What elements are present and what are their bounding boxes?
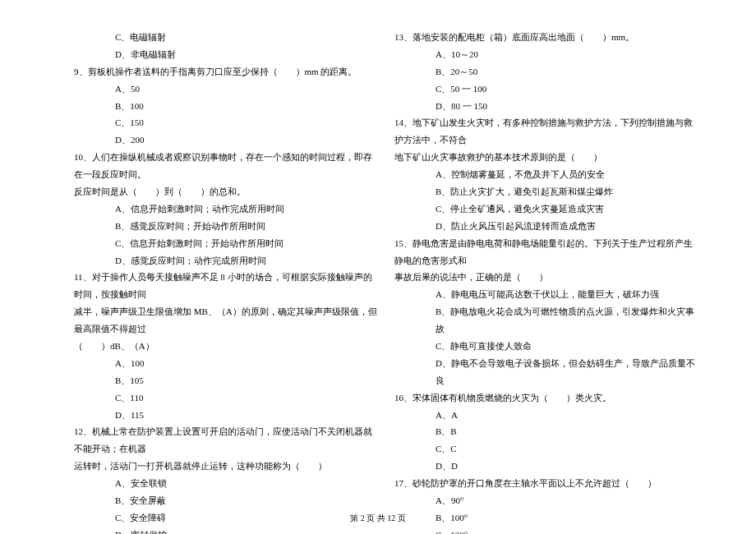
question-10-line1: 10、人们在操纵机械或者观察识别事物时，存在一个感知的时间过程，即存在一段反应时… bbox=[74, 149, 378, 183]
q15-option-d: D、静电不会导致电子设备损坏，但会妨碍生产，导致产品质量不良 bbox=[394, 355, 698, 389]
q11-option-a: A、100 bbox=[74, 355, 378, 372]
q13-option-d: D、80 一 150 bbox=[394, 98, 698, 115]
question-13: 13、落地安装的配电柜（箱）底面应高出地面（ ）mm。 bbox=[394, 29, 698, 46]
question-11-line3: （ ）dB、（A） bbox=[74, 338, 378, 355]
q15-option-a: A、静电电压可能高达数千伏以上，能量巨大，破坏力强 bbox=[394, 286, 698, 303]
q10-option-a: A、信息开始刺激时间；动作完成所用时间 bbox=[74, 200, 378, 218]
question-10-line2: 反应时间是从（ ）到（ ）的总和。 bbox=[74, 183, 378, 200]
page-footer: 第 2 页 共 12 页 bbox=[0, 510, 756, 526]
question-12-line2: 运转时，活动门一打开机器就停止运转，这种功能称为（ ） bbox=[74, 458, 378, 475]
q12-option-b: B、安全屏蔽 bbox=[74, 492, 378, 509]
q9-option-b: B、100 bbox=[74, 98, 378, 115]
q17-option-c: C、120° bbox=[394, 527, 698, 534]
q11-option-c: C、110 bbox=[74, 389, 378, 407]
question-14-line2: 地下矿山火灾事故救护的基本技术原则的是（ ） bbox=[394, 149, 698, 166]
q16-option-b: B、B bbox=[394, 423, 698, 440]
question-12-line1: 12、机械上常在防护装置上设置可开启的活动门，应使活动门不关闭机器就不能开动；在… bbox=[74, 423, 378, 458]
q14-option-d: D、防止火风压引起风流逆转而造成危害 bbox=[394, 218, 698, 235]
q11-option-d: D、115 bbox=[74, 407, 378, 424]
question-15-line1: 15、静电危害是由静电电荷和静电场能量引起的。下列关于生产过程所产生静电的危害形… bbox=[394, 235, 698, 269]
q17-option-a: A、90° bbox=[394, 492, 698, 509]
q15-option-b: B、静电放电火花会成为可燃性物质的点火源，引发爆炸和火灾事故 bbox=[394, 303, 698, 338]
q13-option-b: B、20～50 bbox=[394, 63, 698, 81]
q14-option-b: B、防止火灾扩大，避免引起瓦斯和煤尘爆炸 bbox=[394, 183, 698, 200]
right-column: 13、落地安装的配电柜（箱）底面应高出地面（ ）mm。 A、10～20 B、20… bbox=[386, 29, 731, 513]
page-container: C、电磁辐射 D、非电磁辐射 9、剪板机操作者送料的手指离剪刀口应至少保持（ ）… bbox=[0, 0, 756, 534]
q9-option-c: C、150 bbox=[74, 114, 378, 131]
q9-option-d: D、200 bbox=[74, 131, 378, 149]
question-17: 17、砂轮防护罩的开口角度在主轴水平面以上不允许超过（ ） bbox=[394, 475, 698, 492]
q16-option-d: D、D bbox=[394, 458, 698, 475]
q13-option-c: C、50 一 100 bbox=[394, 81, 698, 98]
q10-option-d: D、感觉反应时间；动作完成所用时间 bbox=[74, 252, 378, 269]
q11-option-b: B、105 bbox=[74, 372, 378, 389]
question-11-line2: 减半，噪声声级卫生限值增加 MB、（A）的原则，确定其噪声声级限值，但最高限值不… bbox=[74, 303, 378, 338]
q16-option-a: A、A bbox=[394, 407, 698, 424]
question-11-line1: 11、对于操作人员每天接触噪声不足 8 小时的场合，可根据实际接触噪声的时间，按… bbox=[74, 269, 378, 303]
q10-option-b: B、感觉反应时间；开始动作所用时间 bbox=[74, 218, 378, 235]
q16-option-c: C、C bbox=[394, 440, 698, 458]
question-9: 9、剪板机操作者送料的手指离剪刀口应至少保持（ ）mm 的距离。 bbox=[74, 63, 378, 81]
q14-option-c: C、停止全矿通风，避免火灾蔓延造成灾害 bbox=[394, 200, 698, 218]
question-16: 16、宋体固体有机物质燃烧的火灾为（ ）类火灾。 bbox=[394, 389, 698, 407]
question-14-line1: 14、地下矿山发生火灾时，有多种控制措施与救护方法，下列控制措施与救护方法中，不… bbox=[394, 114, 698, 149]
q13-option-a: A、10～20 bbox=[394, 46, 698, 63]
q8-option-c: C、电磁辐射 bbox=[74, 29, 378, 46]
question-15-line2: 事故后果的说法中，正确的是（ ） bbox=[394, 269, 698, 286]
q12-option-d: D、密封保护 bbox=[74, 527, 378, 534]
q12-option-a: A、安全联锁 bbox=[74, 475, 378, 492]
left-column: C、电磁辐射 D、非电磁辐射 9、剪板机操作者送料的手指离剪刀口应至少保持（ ）… bbox=[25, 29, 386, 513]
q10-option-c: C、信息开始刺激时间；开始动作所用时间 bbox=[74, 235, 378, 252]
q15-option-c: C、静电可直接使人致命 bbox=[394, 338, 698, 355]
q14-option-a: A、控制烟雾蔓延，不危及井下人员的安全 bbox=[394, 166, 698, 183]
q8-option-d: D、非电磁辐射 bbox=[74, 46, 378, 63]
q9-option-a: A、50 bbox=[74, 81, 378, 98]
